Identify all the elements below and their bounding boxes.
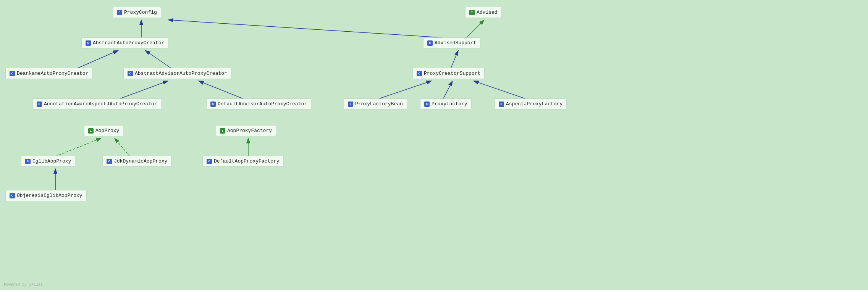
label-AopProxy: AopProxy [95, 128, 119, 134]
node-AbstractAutoProxyCreator: C AbstractAutoProxyCreator [81, 37, 168, 48]
node-JdkDynamicAopProxy: C JdkDynamicAopProxy [102, 156, 171, 167]
label-AspectJProxyFactory: AspectJProxyFactory [506, 101, 563, 107]
svg-line-15 [115, 138, 130, 156]
svg-line-8 [168, 20, 451, 38]
node-ProxyConfig: C ProxyConfig [113, 7, 161, 18]
node-ProxyFactory: C ProxyFactory [420, 98, 472, 110]
label-ProxyFactory: ProxyFactory [432, 101, 467, 107]
svg-line-10 [451, 50, 458, 69]
icon-DefaultAdvisorAutoProxyCreator: C [210, 102, 216, 107]
icon-CglibAopProxy: C [25, 159, 31, 164]
icon-JdkDynamicAopProxy: C [107, 159, 112, 164]
icon-ProxyFactoryBean: C [348, 102, 353, 107]
label-DefaultAopProxyFactory: DefaultAopProxyFactory [214, 158, 280, 164]
svg-line-11 [377, 81, 432, 99]
label-ProxyFactoryBean: ProxyFactoryBean [355, 101, 403, 107]
node-AspectJProxyFactory: C AspectJProxyFactory [495, 98, 567, 110]
label-AdvisedSupport: AdvisedSupport [435, 40, 476, 46]
icon-DefaultAopProxyFactory: C [207, 159, 212, 164]
icon-ProxyConfig: C [117, 10, 122, 15]
icon-AopProxyFactory: I [220, 128, 225, 134]
icon-ProxyCreatorSupport: C [417, 71, 422, 76]
svg-line-6 [118, 81, 168, 99]
label-CglibAopProxy: CglibAopProxy [32, 158, 71, 164]
label-DefaultAdvisorAutoProxyCreator: DefaultAdvisorAutoProxyCreator [218, 101, 307, 107]
icon-AbstractAutoProxyCreator: C [86, 40, 91, 46]
icon-AopProxy: I [88, 128, 94, 134]
node-ObjenesisCglibAopProxy: C ObjenesisCglibAopProxy [5, 190, 87, 201]
svg-line-9 [466, 20, 484, 38]
icon-AbstractAdvisorAutoProxyCreator: C [128, 71, 133, 76]
node-AbstractAdvisorAutoProxyCreator: C AbstractAdvisorAutoProxyCreator [123, 68, 231, 79]
label-ObjenesisCglibAopProxy: ObjenesisCglibAopProxy [17, 193, 82, 198]
node-ProxyCreatorSupport: C ProxyCreatorSupport [412, 68, 485, 79]
icon-ObjenesisCglibAopProxy: C [10, 193, 15, 198]
svg-line-14 [55, 138, 101, 156]
svg-line-4 [145, 50, 172, 69]
svg-line-5 [76, 50, 118, 69]
label-AopProxyFactory: AopProxyFactory [227, 128, 272, 134]
icon-ProxyFactory: C [424, 102, 430, 107]
node-AopProxy: I AopProxy [84, 125, 123, 136]
label-ProxyCreatorSupport: ProxyCreatorSupport [424, 71, 480, 76]
icon-Advised: I [469, 10, 475, 15]
node-BeanNameAutoProxyCreator: C BeanNameAutoProxyCreator [5, 68, 92, 79]
svg-line-7 [199, 81, 244, 99]
diagram-container: C ProxyConfig I Advised C AbstractAutoPr… [0, 0, 868, 290]
node-AnnotationAwareAspectJAutoProxyCreator: C AnnotationAwareAspectJAutoProxyCreator [32, 98, 161, 110]
label-AbstractAutoProxyCreator: AbstractAutoProxyCreator [93, 40, 164, 46]
node-DefaultAopProxyFactory: C DefaultAopProxyFactory [202, 156, 284, 167]
svg-line-13 [474, 81, 527, 99]
label-ProxyConfig: ProxyConfig [124, 10, 157, 15]
watermark: Powered by yFiles [4, 283, 43, 287]
icon-AnnotationAwareAspectJAutoProxyCreator: C [37, 102, 42, 107]
label-JdkDynamicAopProxy: JdkDynamicAopProxy [114, 158, 167, 164]
label-BeanNameAutoProxyCreator: BeanNameAutoProxyCreator [17, 71, 88, 76]
icon-AspectJProxyFactory: C [499, 102, 504, 107]
icon-AdvisedSupport: C [427, 40, 433, 46]
label-AnnotationAwareAspectJAutoProxyCreator: AnnotationAwareAspectJAutoProxyCreator [44, 101, 157, 107]
node-DefaultAdvisorAutoProxyCreator: C DefaultAdvisorAutoProxyCreator [206, 98, 311, 110]
node-ProxyFactoryBean: C ProxyFactoryBean [344, 98, 407, 110]
node-CglibAopProxy: C CglibAopProxy [21, 156, 75, 167]
node-AopProxyFactory: I AopProxyFactory [216, 125, 276, 136]
label-Advised: Advised [477, 10, 498, 15]
icon-BeanNameAutoProxyCreator: C [10, 71, 15, 76]
label-AbstractAdvisorAutoProxyCreator: AbstractAdvisorAutoProxyCreator [135, 71, 227, 76]
node-AdvisedSupport: C AdvisedSupport [423, 37, 480, 48]
svg-line-12 [443, 81, 453, 99]
node-Advised: I Advised [465, 7, 502, 18]
